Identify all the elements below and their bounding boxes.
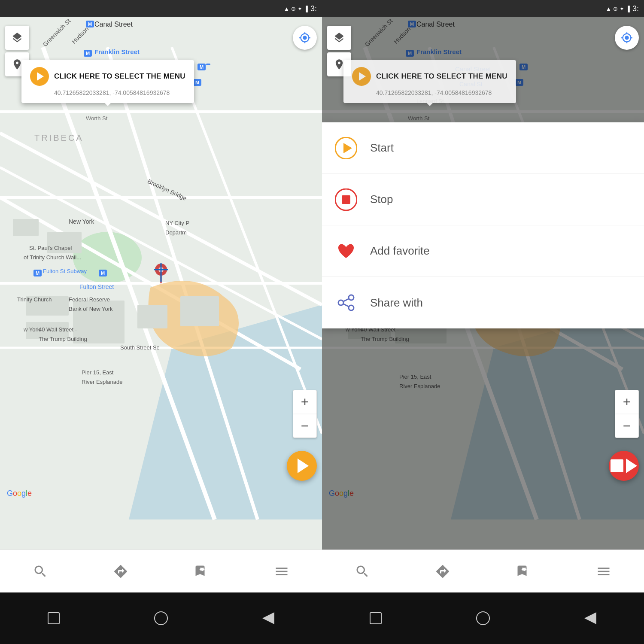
fab-play-button-right[interactable] — [609, 451, 639, 481]
status-icons-left: ▲ ⊙ ✦ ▐ — [284, 6, 308, 12]
callout-title-row-left: CLICK HERE TO SELECT THE MENU — [30, 67, 185, 86]
zoom-out-button-r[interactable]: − — [615, 414, 639, 438]
menu-icon-left — [274, 564, 289, 579]
svg-point-49 — [349, 305, 354, 310]
callout-title-right: CLICK HERE TO SELECT THE MENU — [376, 72, 507, 81]
dropdown-start[interactable]: Start — [322, 122, 644, 174]
zoom-out-button[interactable]: − — [293, 414, 317, 438]
android-square-icon — [48, 612, 60, 624]
battery-icon: ▐ — [304, 6, 308, 12]
locate-button[interactable] — [293, 26, 317, 50]
svg-rect-14 — [137, 305, 167, 328]
directions-icon-right — [435, 564, 450, 579]
layers-button[interactable] — [5, 26, 29, 50]
status-time-left: 3: — [310, 4, 317, 13]
android-recent-left[interactable] — [41, 605, 67, 631]
nav-search-left[interactable] — [27, 559, 53, 584]
svg-line-50 — [343, 299, 349, 301]
battery-icon-r: ▐ — [626, 6, 630, 12]
search-icon-right — [355, 564, 370, 579]
bottom-nav-left — [0, 550, 322, 592]
svg-rect-16 — [26, 296, 69, 316]
google-e: e — [27, 489, 32, 498]
zoom-buttons-left: + − — [293, 390, 317, 438]
crosshair-icon — [299, 32, 311, 44]
dropdown-menu: Start Stop Add favorite — [322, 122, 644, 328]
crosshair-icon-r — [621, 32, 633, 44]
locate-button-r[interactable] — [615, 26, 639, 50]
share-icon — [335, 292, 357, 314]
dropdown-stop[interactable]: Stop — [322, 174, 644, 225]
fab-play-button-left[interactable] — [287, 451, 317, 481]
start-play-icon — [335, 137, 357, 159]
nav-search-right[interactable] — [349, 559, 375, 584]
callout-coords-right: 40.71265822033281, -74.00584816932678 — [376, 89, 507, 96]
svg-point-47 — [349, 295, 354, 300]
map-callout-left[interactable]: CLICK HERE TO SELECT THE MENU 40.7126582… — [21, 60, 194, 103]
svg-rect-12 — [13, 219, 39, 236]
android-circle-icon-r — [476, 611, 490, 625]
share-label: Share with — [370, 296, 423, 310]
map-right[interactable]: Greenwich St Hudson St M Canal Street M … — [322, 17, 644, 550]
wifi-icon: ⊙ — [291, 6, 296, 12]
zoom-in-button[interactable]: + — [293, 390, 317, 414]
android-home-left[interactable] — [148, 605, 174, 631]
signal-icon-r: ▲ — [606, 6, 611, 12]
nav-menu-left[interactable] — [269, 559, 295, 584]
start-icon-container — [335, 137, 357, 159]
nav-directions-left[interactable] — [108, 559, 134, 584]
search-icon-left — [33, 564, 48, 579]
map-left[interactable]: Greenwich St Hudson St M Canal Street M … — [0, 17, 322, 550]
svg-rect-18 — [73, 301, 125, 343]
svg-point-48 — [338, 300, 343, 305]
status-bar-right: ▲ ⊙ ✦ ▐ 3: — [322, 0, 644, 17]
android-back-icon — [262, 612, 274, 624]
svg-rect-17 — [26, 322, 69, 339]
callout-play-icon-right — [352, 67, 371, 86]
status-time-right: 3: — [632, 4, 639, 13]
android-back-icon-r — [584, 612, 596, 624]
layers-icon — [11, 32, 23, 44]
layers-button-r[interactable] — [327, 26, 351, 50]
dropdown-favorite[interactable]: Add favorite — [322, 225, 644, 277]
fab-stop-shape — [611, 459, 623, 472]
bluetooth-icon: ✦ — [298, 6, 302, 12]
google-g: G — [7, 489, 13, 498]
android-square-icon-r — [370, 612, 382, 624]
nav-saved-left[interactable] — [188, 559, 214, 584]
menu-icon-right — [596, 564, 611, 579]
left-phone-panel: ▲ ⊙ ✦ ▐ 3: — [0, 0, 322, 644]
dropdown-share[interactable]: Share with — [322, 277, 644, 328]
callout-title-row-right: CLICK HERE TO SELECT THE MENU — [352, 67, 507, 86]
callout-play-icon-left — [30, 67, 49, 86]
android-recent-right[interactable] — [363, 605, 389, 631]
android-home-right[interactable] — [470, 605, 496, 631]
google-o2: o — [17, 489, 21, 498]
start-label: Start — [370, 141, 394, 155]
map-callout-right[interactable]: CLICK HERE TO SELECT THE MENU 40.7126582… — [343, 60, 516, 103]
map-pin-left — [153, 262, 169, 283]
svg-rect-15 — [180, 296, 219, 326]
right-phone-panel: ▲ ⊙ ✦ ▐ 3: — [322, 0, 644, 644]
bottom-nav-right — [322, 550, 644, 592]
directions-icon-left — [113, 564, 128, 579]
android-back-right[interactable] — [577, 605, 603, 631]
favorite-label: Add favorite — [370, 244, 430, 258]
nav-menu-right[interactable] — [591, 559, 617, 584]
zoom-in-button-r[interactable]: + — [615, 390, 639, 414]
status-bar-left: ▲ ⊙ ✦ ▐ 3: — [0, 0, 322, 17]
android-circle-icon — [154, 611, 168, 625]
google-logo-left: Google — [7, 489, 32, 498]
android-nav-right — [322, 592, 644, 644]
android-nav-left — [0, 592, 322, 644]
nav-saved-right[interactable] — [510, 559, 536, 584]
saved-icon-left — [194, 564, 209, 579]
nav-directions-right[interactable] — [430, 559, 456, 584]
callout-title-left: CLICK HERE TO SELECT THE MENU — [54, 72, 185, 81]
layers-icon-r — [333, 32, 345, 44]
zoom-buttons-right: + − — [615, 390, 639, 438]
location-pin-icon — [153, 262, 169, 283]
stop-label: Stop — [370, 193, 393, 206]
callout-coords-left: 40.71265822033281, -74.00584816932678 — [54, 89, 185, 96]
android-back-left[interactable] — [255, 605, 281, 631]
